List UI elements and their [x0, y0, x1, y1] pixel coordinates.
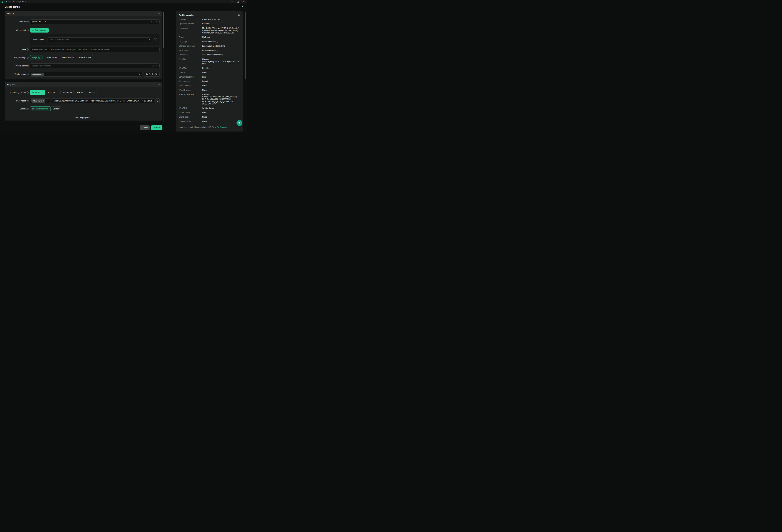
- user-agent-label: * User Agent ?: [7, 100, 30, 102]
- app-title: DICloak - V2.8.8 | 1.2.4.1: [5, 1, 26, 3]
- os-button[interactable]: Windows: [30, 90, 45, 95]
- app-window: DICloak - V2.8.8 | 1.2.4.1 ✕ Create prof…: [0, 0, 247, 133]
- chevron-down-icon: [56, 92, 58, 93]
- cancel-button[interactable]: Cancel: [140, 125, 150, 130]
- remove-account-icon[interactable]: [154, 38, 157, 41]
- overview-row: AudioContext Noise: [179, 111, 240, 114]
- scrollbar-thumb[interactable]: [163, 12, 164, 48]
- chat-button[interactable]: [237, 120, 242, 126]
- preferences-link[interactable]: Preferences: [217, 126, 227, 128]
- collapse-panel-icon[interactable]: [238, 14, 240, 16]
- required-asterisk: *: [14, 100, 15, 102]
- remove-tag-icon[interactable]: ✕: [42, 73, 43, 75]
- overview-list: Browser ChromeBrowser 142 Operating syst…: [179, 18, 240, 123]
- account-type-select[interactable]: Please select the type: [47, 37, 151, 42]
- os-button[interactable]: iOS: [75, 90, 84, 95]
- account-type-placeholder: Please select the type: [49, 39, 69, 41]
- cookie-row: Cookie ? Please enter your cookie in the…: [7, 47, 159, 52]
- profile-remarks-label: Profile remarks: [7, 65, 30, 67]
- footer-divider: [0, 123, 174, 123]
- plus-icon: +: [32, 29, 34, 31]
- dialog-close-icon[interactable]: ✕: [242, 5, 243, 8]
- general-section-title: General: [7, 12, 14, 15]
- minimize-button[interactable]: [229, 0, 235, 3]
- overview-row: WebGL Metadata Custom Google Inc. (Intel…: [179, 93, 240, 105]
- overview-row: Font List Custom aakar, Agency FB, Al Ta…: [179, 58, 240, 65]
- help-icon[interactable]: ?: [27, 100, 29, 102]
- os-button[interactable]: Android: [60, 90, 73, 95]
- profile-remarks-input[interactable]: Please enter remarks 0 / 500: [30, 64, 159, 68]
- proxy-tab[interactable]: API extraction: [76, 55, 93, 60]
- help-icon[interactable]: ?: [27, 92, 29, 94]
- group-tag-chip: Ungrouped ✕: [31, 73, 44, 76]
- proxy-settings-row: Proxy settings ? No proxyCustom ProxySav…: [7, 55, 159, 60]
- more-fingerprints-divider: More Fingerprints: [7, 116, 159, 119]
- profile-name-row: Profile name profile-0402272 15 / 100: [7, 20, 159, 24]
- chevron-down-icon: [81, 92, 83, 93]
- main-scrollbar[interactable]: [163, 11, 164, 122]
- language-label: Language: [7, 108, 30, 110]
- ua-versions-tag-chip: All versions ✕: [31, 99, 45, 103]
- dialog-title: Create profile: [5, 5, 20, 8]
- operating-system-row: Operating system ? WindowsmacOSAndroidiO…: [7, 90, 159, 95]
- account-subpanel: Account type Please select the type: [30, 34, 159, 45]
- language-tab[interactable]: Ip-based matching: [30, 106, 51, 111]
- proxy-tab[interactable]: No proxy: [30, 55, 42, 60]
- operating-system-label: Operating system ?: [7, 92, 30, 94]
- restore-icon: [237, 1, 239, 2]
- os-button[interactable]: macOS: [46, 90, 59, 95]
- overview-row: Operating system Windows: [179, 23, 240, 25]
- help-icon[interactable]: ?: [27, 29, 29, 31]
- profile-group-select[interactable]: Ungrouped ✕: [30, 72, 142, 77]
- profile-group-label: * Profile group ?: [7, 73, 30, 75]
- customize-hint: Need to customize fingerprint default? G…: [179, 126, 227, 128]
- fingerprint-section-header[interactable]: Fingerprint: [5, 82, 162, 87]
- overview-title: Profile overview: [179, 14, 194, 16]
- cookie-placeholder: Please enter your cookie in the correct …: [32, 48, 109, 50]
- remove-tag-icon[interactable]: ✕: [43, 100, 44, 102]
- general-section-header[interactable]: General: [5, 11, 162, 16]
- language-tabs: Ip-based matchingCustom: [30, 106, 62, 111]
- os-button[interactable]: Linux: [86, 90, 97, 95]
- overview-row: Time zone Ip-based matching: [179, 49, 240, 51]
- help-icon[interactable]: ?: [27, 73, 29, 75]
- link-account-row: Link account ? + Add account: [7, 28, 159, 33]
- user-agent-value: Mozilla/5.0 (Windows NT 10.0; Win64; x64…: [54, 100, 152, 102]
- more-fingerprints-link[interactable]: More Fingerprints: [73, 116, 94, 119]
- proxy-tabs: No proxyCustom ProxySaved ProxiesAPI ext…: [30, 55, 93, 60]
- profile-name-value: profile-0402272: [32, 21, 46, 23]
- required-asterisk: *: [13, 73, 14, 75]
- account-type-label: Account type: [33, 39, 47, 41]
- restore-button[interactable]: [235, 0, 241, 3]
- close-window-button[interactable]: ✕: [241, 0, 247, 3]
- proxy-tab[interactable]: Custom Proxy: [42, 55, 59, 60]
- account-type-panel-row: Account type Please select the type: [7, 34, 159, 45]
- chat-bubble-icon: [238, 121, 241, 124]
- add-account-button[interactable]: + Add account: [30, 28, 49, 33]
- help-icon[interactable]: ?: [27, 48, 29, 50]
- cookie-input[interactable]: Please enter your cookie in the correct …: [30, 47, 159, 52]
- help-icon[interactable]: ?: [27, 57, 29, 59]
- overview-row: WebGL Image Noise: [179, 89, 240, 91]
- overview-row: ClientRects Noise: [179, 116, 240, 118]
- user-agent-input[interactable]: Mozilla/5.0 (Windows NT 10.0; Win64; x64…: [51, 98, 154, 103]
- refresh-icon: [156, 100, 158, 102]
- fingerprint-section: Fingerprint Operating system ? Windowsma…: [5, 82, 162, 121]
- refresh-ua-button[interactable]: [155, 98, 159, 103]
- chevron-down-icon: [47, 100, 49, 101]
- language-tab[interactable]: Custom: [50, 106, 62, 111]
- chevron-down-icon: [42, 92, 43, 93]
- ua-versions-select[interactable]: All versions ✕: [30, 98, 50, 103]
- proxy-tab[interactable]: Saved Proxies: [59, 55, 76, 60]
- chevron-down-icon: [158, 84, 160, 85]
- profile-name-input[interactable]: profile-0402272 15 / 100: [30, 20, 159, 24]
- chevron-down-icon: [148, 39, 150, 40]
- user-agent-row: * User Agent ? All versions ✕: [7, 98, 159, 103]
- overview-row: User Agent Mozilla/5.0 (Windows NT 10.0;…: [179, 27, 240, 34]
- overview-row: Browser ChromeBrowser 142: [179, 18, 240, 21]
- confirm-button[interactable]: Confirm: [151, 125, 162, 130]
- set-tag-button[interactable]: Set Tag(0): [144, 72, 159, 77]
- profile-name-label: Profile name: [7, 21, 30, 23]
- overview-scrollbar-thumb[interactable]: [245, 12, 246, 79]
- chevron-down-icon: [94, 92, 95, 93]
